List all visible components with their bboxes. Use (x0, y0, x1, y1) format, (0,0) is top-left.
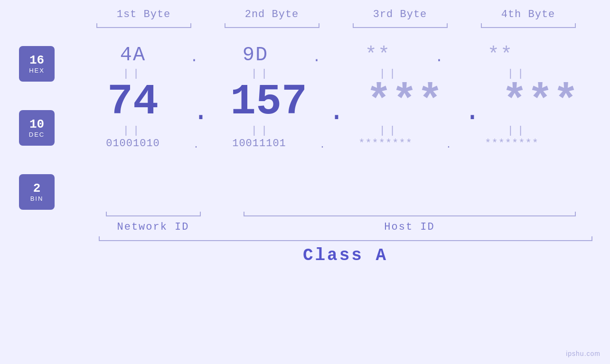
bin-byte2-cell: 10011101 (195, 138, 323, 149)
dec-byte1-cell: 74 (69, 81, 197, 123)
host-bracket (217, 215, 602, 216)
byte2-header: 2nd Byte (208, 9, 336, 20)
hex-dot3: . (435, 49, 443, 65)
content-area: 16 HEX 10 DEC 2 BIN 4A . 9D (0, 41, 610, 210)
hex-badge-num: 16 (29, 54, 44, 67)
hex-byte3-cell: ** (314, 44, 442, 66)
network-id-label: Network ID (89, 221, 217, 233)
hex-dot2: . (312, 49, 321, 65)
bin-byte2-value: 10011101 (232, 138, 286, 149)
dec-badge: 10 DEC (19, 110, 55, 146)
bracket-byte4 (464, 23, 592, 32)
equals2-b2: || (197, 125, 325, 137)
bin-byte3-value: ******** (358, 138, 413, 149)
hex-badge-label: HEX (29, 67, 45, 74)
byte4-header: 4th Byte (464, 9, 592, 20)
bin-byte3-cell: ******** (321, 138, 450, 149)
dec-byte2-value: 157 (230, 81, 307, 123)
class-bracket-line (99, 240, 592, 241)
hex-badge: 16 HEX (19, 46, 55, 82)
bin-byte4-value: ******** (485, 138, 539, 149)
main-container: 1st Byte 2nd Byte 3rd Byte 4th Byte 16 H… (0, 0, 610, 364)
host-id-label: Host ID (217, 221, 602, 233)
watermark: ipshu.com (566, 350, 601, 357)
bin-badge-num: 2 (33, 182, 41, 196)
dec-row: 74 . 157 . *** . *** (69, 81, 610, 123)
bin-badge: 2 BIN (19, 174, 55, 210)
byte-headers: 1st Byte 2nd Byte 3rd Byte 4th Byte (31, 0, 610, 20)
bin-byte1-value: 01001010 (106, 138, 160, 149)
bin-dot3: . (446, 140, 451, 150)
dec-byte4-value: *** (502, 81, 579, 123)
hex-byte2-value: 9D (243, 44, 268, 66)
host-bracket-line (244, 215, 576, 216)
dec-byte3-value: *** (366, 81, 443, 123)
badges-column: 16 HEX 10 DEC 2 BIN (19, 41, 55, 210)
dec-badge-label: DEC (29, 131, 45, 138)
top-brackets (80, 23, 592, 32)
dec-dot1: . (192, 95, 209, 128)
rows-column: 4A . 9D . ** . ** || || || || (69, 41, 610, 210)
bracket-byte3 (336, 23, 464, 32)
hex-byte4-value: ** (488, 44, 513, 66)
dec-byte2-cell: 157 (205, 81, 333, 123)
bin-dot2: . (319, 140, 325, 150)
id-label-row: Network ID Host ID (89, 221, 602, 233)
byte3-header: 3rd Byte (336, 9, 464, 20)
bracket-byte2 (208, 23, 336, 32)
dec-byte4-cell: *** (476, 81, 604, 123)
dec-byte3-cell: *** (340, 81, 469, 123)
network-bracket (89, 215, 217, 216)
bin-dot1: . (193, 140, 199, 150)
dec-dot3: . (464, 95, 481, 128)
hex-byte1-cell: 4A (69, 44, 197, 66)
class-bracket-row (89, 240, 602, 241)
dec-badge-num: 10 (29, 118, 44, 131)
bottom-brackets (89, 215, 602, 216)
bin-byte1-cell: 01001010 (69, 138, 197, 149)
bin-row: 01001010 . 10011101 . ******** . *******… (69, 138, 610, 149)
equals2-b1: || (69, 125, 197, 137)
bin-badge-label: BIN (30, 195, 44, 202)
network-bracket-line (106, 215, 201, 216)
hex-byte1-value: 4A (120, 44, 146, 66)
hex-row: 4A . 9D . ** . ** (69, 44, 610, 66)
dec-byte1-value: 74 (107, 81, 159, 123)
hex-byte3-value: ** (365, 44, 391, 66)
hex-byte2-cell: 9D (191, 44, 319, 66)
class-label: Class A (89, 246, 602, 265)
hex-byte4-cell: ** (436, 44, 564, 66)
bin-byte4-cell: ******** (448, 138, 576, 149)
dec-dot2: . (328, 95, 345, 128)
hex-dot1: . (190, 49, 198, 65)
bracket-byte1 (80, 23, 208, 32)
byte1-header: 1st Byte (80, 9, 208, 20)
